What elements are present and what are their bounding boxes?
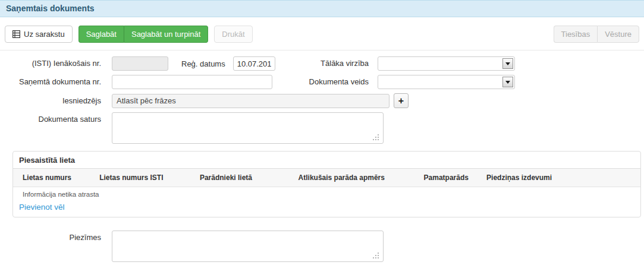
chevron-down-icon[interactable] (502, 77, 513, 87)
notes-label: Piezīmes (0, 231, 101, 245)
print-button[interactable]: Drukāt (214, 26, 252, 43)
history-button[interactable]: Vēsture (597, 26, 639, 43)
linked-case-table: Lietas numurs Lietas numurs ISTI Parādni… (13, 169, 640, 201)
col-case-number: Lietas numurs (13, 169, 95, 187)
save-button-group: Saglabāt Saglabāt un turpināt (78, 26, 209, 43)
rights-history-group: Tiesības Vēsture (554, 26, 639, 43)
notes-textarea[interactable] (112, 231, 384, 262)
form-row-content: Dokumenta saturs (0, 112, 644, 146)
chevron-down-icon[interactable] (502, 58, 513, 69)
col-remaining-debt: Atlikušais parāda apmērs (294, 169, 419, 187)
next-action-select[interactable] (378, 56, 515, 71)
linked-case-title: Piesaistītā lieta (13, 152, 640, 169)
submitter-phrase-field[interactable]: Atlasīt pēc frāzes (112, 94, 389, 108)
add-submitter-button[interactable]: + (394, 93, 409, 108)
reg-date-label: Reģ. datums (181, 59, 225, 68)
document-form: (ISTI) Ienākošais nr. Reģ. datums Tālāka… (0, 51, 644, 146)
back-to-list-label: Uz sarakstu (24, 30, 65, 39)
save-and-continue-button[interactable]: Saglabāt un turpināt (124, 26, 208, 43)
form-row-incoming-number: (ISTI) Ienākošais nr. Reģ. datums Tālāka… (0, 56, 644, 71)
page-title: Saņemtais dokuments (0, 0, 644, 17)
isti-incoming-input (112, 56, 168, 71)
content-label: Dokumenta saturs (0, 112, 101, 127)
add-more-link[interactable]: Pievienot vēl (19, 203, 65, 212)
next-action-label: Tālāka virzība (278, 56, 369, 71)
resize-grip-icon[interactable] (373, 253, 374, 254)
col-recovery-expenses: Piedziņas izdevumi (482, 169, 640, 187)
empty-message: Informācija netika atrasta (13, 187, 640, 201)
reg-date-input[interactable] (233, 56, 275, 71)
col-case-number-isti: Lietas numurs ISTI (95, 169, 195, 187)
form-row-notes: Piezīmes (0, 231, 644, 264)
doc-type-label: Dokumenta veids (278, 75, 369, 89)
table-row: Informācija netika atrasta (13, 187, 640, 201)
form-row-submitter: Iesniedzējs Atlasīt pēc frāzes + (0, 93, 644, 108)
linked-case-panel: Piesaistītā lieta Lietas numurs Lietas n… (12, 151, 641, 217)
doc-type-select[interactable] (378, 75, 515, 89)
resize-grip-icon[interactable] (373, 134, 374, 135)
form-row-received-number: Saņemtā dokumenta nr. Dokumenta veids (0, 75, 644, 89)
back-to-list-button[interactable]: Uz sarakstu (5, 26, 73, 43)
plus-icon: + (398, 96, 404, 106)
save-button[interactable]: Saglabāt (78, 26, 124, 43)
col-debtors: Parādnieki lietā (195, 169, 294, 187)
print-group: Drukāt (214, 26, 252, 43)
rights-button[interactable]: Tiesības (554, 26, 598, 43)
toolbar: Uz sarakstu Saglabāt Saglabāt un turpinā… (0, 17, 644, 51)
received-doc-input[interactable] (112, 75, 272, 89)
received-doc-label: Saņemtā dokumenta nr. (0, 75, 101, 89)
content-textarea[interactable] (112, 112, 384, 144)
isti-incoming-label: (ISTI) Ienākošais nr. (0, 56, 101, 71)
list-icon (12, 30, 20, 38)
submitter-label: Iesniedzējs (0, 94, 101, 108)
col-principal-debt: Pamatparāds (419, 169, 482, 187)
table-header-row: Lietas numurs Lietas numurs ISTI Parādni… (13, 169, 640, 187)
